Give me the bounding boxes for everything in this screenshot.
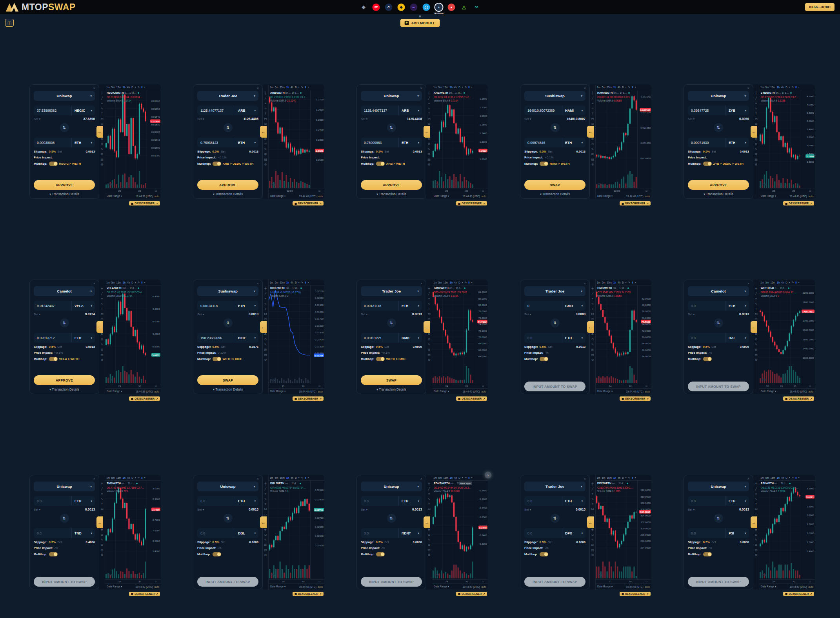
settings-icon[interactable]: ⚙ xyxy=(101,553,104,557)
timeframe-15m[interactable]: 15m xyxy=(280,476,285,479)
date-range-dropdown[interactable]: Date Range ▾ xyxy=(597,585,613,588)
xabcd-pattern-icon[interactable]: ⋈ xyxy=(755,312,758,316)
timeframe-5m[interactable]: 5m xyxy=(275,476,278,479)
dexscreener-link[interactable]: ▦DEXSCREENER↗ xyxy=(129,396,160,401)
chart-style-icon[interactable]: ∿ xyxy=(791,476,794,479)
collapse-panel-button[interactable]: ← xyxy=(424,321,430,333)
add-module-button[interactable]: +ADD MODULE xyxy=(400,19,440,27)
chart-style-icon[interactable]: ∿ xyxy=(464,281,467,284)
swap-direction-button[interactable]: ⇅ xyxy=(60,123,69,132)
object-tree-icon[interactable]: ▤ xyxy=(100,353,103,356)
sell-amount-input[interactable]: 0.0 xyxy=(688,499,725,503)
multihop-toggle[interactable] xyxy=(376,552,385,556)
set-amount-dropdown[interactable]: Set ▾ xyxy=(524,117,531,121)
transaction-details-toggle[interactable]: ▾ Transaction Details xyxy=(361,387,422,391)
buy-token-selector[interactable]: ETH▾ xyxy=(71,333,95,343)
timeframe-D[interactable]: D xyxy=(458,86,460,89)
axis-settings-icon[interactable]: ⊡ xyxy=(809,189,811,192)
multihop-toggle[interactable] xyxy=(49,162,58,166)
timeframe-5m[interactable]: 5m xyxy=(438,86,442,89)
collapse-panel-button[interactable]: ← xyxy=(751,516,757,528)
axis-settings-icon[interactable]: ⊡ xyxy=(318,385,320,387)
curve-icon[interactable]: ∿ xyxy=(264,107,267,110)
forecast-icon[interactable]: ▭ xyxy=(100,317,103,321)
forecast-icon[interactable]: ▭ xyxy=(427,122,430,125)
date-range-dropdown[interactable]: Date Range ▾ xyxy=(270,585,285,588)
axis-settings-icon[interactable]: ⊡ xyxy=(482,385,484,387)
sell-amount-input[interactable]: 0.00131118 xyxy=(197,304,235,308)
swap-action-button[interactable]: INPUT AMOUNT TO SWAP xyxy=(34,577,95,587)
dex-selector-dropdown[interactable]: Trader Joe▾ xyxy=(197,91,258,101)
timeframe-D[interactable]: D xyxy=(785,86,787,89)
swap-action-button[interactable]: APPROVE xyxy=(688,180,749,190)
transaction-details-toggle[interactable]: ▾ Transaction Details xyxy=(197,387,258,391)
draw-icon[interactable]: ✎ xyxy=(264,147,267,151)
xabcd-pattern-icon[interactable]: ⋈ xyxy=(427,312,431,316)
indicators-icon[interactable]: ‖ xyxy=(141,86,142,89)
axis-settings-icon[interactable]: ⊡ xyxy=(809,385,811,387)
collapse-panel-button[interactable]: ← xyxy=(96,321,103,333)
horizontal-line-icon[interactable]: ≡ xyxy=(101,492,103,496)
timeframe-4h[interactable]: 4h xyxy=(127,281,130,284)
object-tree-icon[interactable]: ▤ xyxy=(427,548,430,552)
date-range-dropdown[interactable]: Date Range ▾ xyxy=(761,390,776,393)
close-module-icon[interactable]: × xyxy=(584,477,586,481)
magnet-icon[interactable]: Ω xyxy=(755,533,757,536)
draw-icon[interactable]: ✎ xyxy=(428,147,430,151)
magnet-icon[interactable]: Ω xyxy=(591,533,594,536)
timeframe-5m[interactable]: 5m xyxy=(602,86,605,89)
timeframe-5m[interactable]: 5m xyxy=(275,281,278,284)
timeframe-4h[interactable]: 4h xyxy=(781,86,784,89)
axis-settings-icon[interactable]: ⊡ xyxy=(645,580,647,583)
settings-icon[interactable]: ⚙ xyxy=(591,163,594,166)
chain-harmony-icon[interactable]: 00 xyxy=(473,4,480,11)
sell-amount-input[interactable]: 0 xyxy=(524,304,562,308)
trend-line-icon[interactable]: ╱ xyxy=(755,96,757,100)
multihop-toggle[interactable] xyxy=(703,552,712,556)
timeframe-D[interactable]: D xyxy=(785,476,787,479)
crosshair-icon[interactable]: ┼ xyxy=(428,482,430,485)
buy-token-selector[interactable]: PSI▾ xyxy=(725,528,749,538)
timeframe-D[interactable]: D xyxy=(622,86,624,89)
close-module-icon[interactable]: × xyxy=(257,477,259,481)
text-icon[interactable]: T xyxy=(428,112,430,115)
zoom-in-icon[interactable]: ⊕ xyxy=(101,528,103,531)
timeframe-1m[interactable]: 1m xyxy=(760,281,764,284)
multihop-toggle[interactable] xyxy=(49,552,58,556)
dexscreener-link[interactable]: ▦DEXSCREENER↗ xyxy=(293,201,324,205)
timeframe-4h[interactable]: 4h xyxy=(781,281,784,284)
magnet-icon[interactable]: Ω xyxy=(264,338,267,341)
xabcd-pattern-icon[interactable]: ⋈ xyxy=(100,117,104,120)
lock-icon[interactable]: ⊠ xyxy=(591,543,594,547)
dexscreener-link[interactable]: ▦DEXSCREENER↗ xyxy=(783,396,814,401)
magnet-icon[interactable]: Ω xyxy=(101,533,103,536)
lock-icon[interactable]: ⊠ xyxy=(428,153,430,156)
lock-icon[interactable]: ⊠ xyxy=(428,348,430,351)
indicators-icon[interactable]: ‖ xyxy=(468,281,469,284)
swap-action-button[interactable]: INPUT AMOUNT TO SWAP xyxy=(361,577,422,587)
draw-icon[interactable]: ✎ xyxy=(101,147,103,151)
timeframe-5m[interactable]: 5m xyxy=(602,281,605,284)
multihop-toggle[interactable] xyxy=(540,162,548,166)
buy-amount-input[interactable]: 0.0 xyxy=(361,531,398,535)
zoom-in-icon[interactable]: ⊕ xyxy=(755,333,757,336)
timeframe-4h[interactable]: 4h xyxy=(454,476,457,479)
dex-selector-dropdown[interactable]: Uniswap▾ xyxy=(361,482,422,491)
chain-arbitrum-icon[interactable]: ▲Arbitrum xyxy=(435,4,443,11)
curve-icon[interactable]: ∿ xyxy=(101,107,103,110)
sell-amount-input[interactable]: 0.0 xyxy=(524,499,562,503)
lock-icon[interactable]: ⊠ xyxy=(101,348,103,351)
buy-amount-input[interactable]: 0.02813712 xyxy=(34,336,71,340)
buy-amount-input[interactable]: 0.0 xyxy=(34,531,71,535)
buy-token-selector[interactable]: ETH▾ xyxy=(71,138,95,147)
zoom-in-icon[interactable]: ⊕ xyxy=(101,137,103,141)
close-module-icon[interactable]: × xyxy=(93,86,95,90)
close-module-icon[interactable]: × xyxy=(420,477,422,481)
trend-line-icon[interactable]: ╱ xyxy=(428,292,430,295)
buy-amount-input[interactable]: 0.0 xyxy=(688,531,725,535)
text-icon[interactable]: T xyxy=(265,502,267,506)
chart-style-icon[interactable]: ∿ xyxy=(628,281,630,284)
close-module-icon[interactable]: × xyxy=(93,282,95,285)
zoom-in-icon[interactable]: ⊕ xyxy=(591,137,594,141)
dexscreener-link[interactable]: ▦DEXSCREENER↗ xyxy=(456,201,487,205)
